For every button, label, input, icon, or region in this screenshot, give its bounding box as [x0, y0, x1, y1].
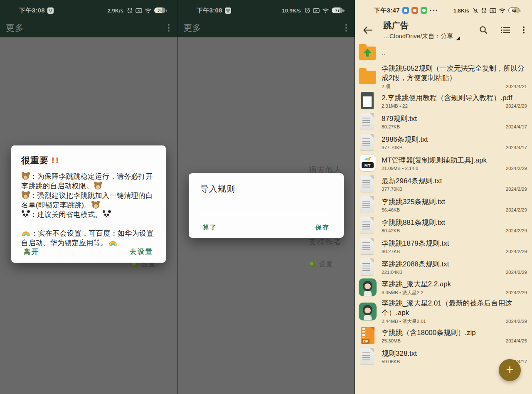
file-meta: 2.31MB • 22: [382, 103, 408, 108]
bear-icon: [22, 173, 29, 180]
file-row[interactable]: 879规则.txt 80.27KB 2024/4/17: [357, 111, 528, 132]
notification-app-icon-green: [421, 7, 427, 14]
txt-icon: [357, 133, 377, 152]
overflow-menu-icon[interactable]: [168, 27, 170, 29]
file-row[interactable]: 李跳跳325条规则.txt 56.46KB 2024/2/29: [357, 194, 528, 215]
file-date: 2024/2/29: [506, 228, 527, 233]
file-name: 李跳跳_派大星2.01（最新的被杀后台用这个）.apk: [382, 298, 527, 318]
battery-indicator: 71: [332, 7, 343, 13]
title-block: 跳广告 …CloudDrive/来自：分享: [383, 20, 460, 40]
rainbow-icon: [109, 241, 117, 246]
status-bar: 下午3:47 ··· 1.8K/s 54: [355, 0, 532, 18]
sim-disabled-icon: [135, 8, 142, 13]
file-name: 2986条规则.txt: [382, 135, 527, 144]
file-date: 2024/4/21: [506, 84, 527, 89]
file-meta: 377.70KB: [382, 187, 403, 192]
girl-icon: [357, 302, 377, 321]
wifi-icon: [145, 8, 152, 13]
file-row[interactable]: 李跳跳_派大星2.01（最新的被杀后台用这个）.apk 2.44MB • 派大星…: [357, 298, 528, 325]
search-icon[interactable]: [479, 25, 488, 34]
menu-item-settings[interactable]: 设置: [309, 261, 333, 268]
status-time: 下午3:08: [197, 7, 222, 15]
txt-icon: [357, 347, 377, 366]
alarm-icon: [481, 7, 487, 14]
file-row[interactable]: 最新2964条规则.txt 377.70KB 2024/2/29: [357, 173, 528, 194]
path-text: …CloudDrive/来自：分享: [383, 32, 453, 40]
file-meta: 56.46KB: [382, 207, 400, 212]
file-name: ..: [382, 48, 527, 58]
file-name: 李跳跳881条规则.txt: [382, 218, 527, 227]
dialog-title: 导入规则: [200, 183, 332, 195]
sim-disabled-icon: [313, 8, 320, 13]
app-bar: 更多: [177, 18, 355, 37]
file-row[interactable]: 2986条规则.txt 377.70KB 2024/4/17: [357, 132, 528, 153]
back-button[interactable]: [362, 26, 375, 34]
file-name: 879规则.txt: [382, 114, 527, 123]
panel-middle-more-page: 下午3:08 10.9K/s 71 更多 祸害他人 支持作者 设置 导入规则 算…: [177, 0, 355, 394]
leave-button[interactable]: 离开: [24, 248, 39, 256]
panda-icon: [103, 211, 110, 218]
file-date: 2024/2/29: [506, 207, 527, 212]
plus-icon: +: [506, 363, 513, 376]
file-meta: 2.44MB • 派大星2.01: [382, 318, 426, 325]
bear-icon: [94, 182, 101, 190]
save-button[interactable]: 保存: [315, 224, 330, 231]
overflow-menu-icon[interactable]: [523, 29, 525, 31]
important-dialog-body: ：为保障李跳跳稳定运行，请务必打开李跳跳的自启动权限。：强烈建议把李跳跳加入一键…: [21, 172, 156, 248]
rule-input[interactable]: [200, 204, 332, 215]
rainbow-icon: [22, 231, 30, 236]
status-time: 下午3:08: [19, 7, 45, 15]
dialog-line: ：建议关闭省电模式。: [21, 210, 156, 219]
file-row[interactable]: 李跳跳（含18000条规则）.zip 25.30MB 2024/4/25: [357, 325, 528, 346]
dialog-line: ：为保障李跳跳稳定运行，请务必打开李跳跳的自启动权限。: [21, 172, 156, 191]
overflow-menu-icon[interactable]: [345, 27, 347, 29]
dialog-line: ：强烈建议把李跳跳加入一键清理的白名单(即锁定李跳跳)。: [21, 191, 156, 210]
file-meta: 80.42KB: [382, 228, 400, 233]
file-name: 李跳跳（含18000条规则）.zip: [382, 328, 527, 337]
battery-indicator: 71: [154, 7, 165, 13]
path-breadcrumb[interactable]: …CloudDrive/来自：分享: [383, 32, 460, 40]
folder-icon: [357, 67, 377, 86]
txt-icon: [357, 257, 377, 276]
cancel-button[interactable]: 算了: [203, 224, 217, 231]
fab-add-button[interactable]: +: [499, 359, 521, 381]
txt-icon: [357, 174, 377, 193]
page-title: 跳广告: [383, 20, 460, 31]
wifi-icon: [499, 8, 506, 13]
file-row[interactable]: MT管理器[复制规则辅助工具].apk 21.09MB • 2.14.0 202…: [357, 153, 528, 173]
status-app-badge-icon: [47, 7, 54, 14]
file-date: 2024/4/17: [506, 145, 527, 150]
file-date: 2024/2/29: [506, 103, 527, 108]
dialog-title: 很重要: [21, 155, 49, 166]
girl-icon: [357, 278, 377, 297]
bear-icon: [92, 202, 99, 209]
file-row[interactable]: 李跳跳881条规则.txt 80.42KB 2024/2/29: [357, 215, 528, 236]
settings-dot-icon: [309, 261, 316, 268]
top-chrome: 下午3:08 2.9K/s 71 更多: [0, 0, 177, 37]
list-view-icon[interactable]: [500, 26, 510, 34]
file-meta: 221.04KB: [382, 270, 403, 275]
file-row[interactable]: 2.李跳跳使用教程（含规则导入教程）.pdf 2.31MB • 22 2024/…: [357, 90, 528, 111]
file-row[interactable]: 李跳跳5052规则（一次无法完全复制，所以分成2段，方便复制粘贴） 2 项 20…: [357, 63, 528, 90]
notification-app-icon-blue: [402, 7, 409, 14]
file-date: 2024/2/29: [506, 187, 527, 192]
file-row[interactable]: 李跳跳2088条规则.txt 221.04KB 2024/2/29: [357, 256, 528, 277]
file-name: 李跳跳2088条规则.txt: [382, 259, 527, 269]
file-meta: 3.05MB • 派大星2.2: [382, 290, 424, 296]
file-date: 2024/2/29: [506, 319, 527, 324]
sim-disabled-icon: [490, 8, 496, 13]
file-row[interactable]: ..: [357, 42, 528, 63]
go-settings-button[interactable]: 去设置: [130, 248, 153, 256]
menu-item-support-author[interactable]: 支持作者: [309, 237, 342, 247]
file-name: 规则328.txt: [382, 349, 527, 358]
double-exclamation-icon: !!: [52, 155, 60, 165]
txt-icon: [357, 112, 377, 131]
network-speed: 1.8K/s: [453, 7, 469, 14]
file-row[interactable]: 李跳跳_派大星2.2.apk 3.05MB • 派大星2.2 2024/2/29: [357, 277, 528, 298]
file-meta: 80.27KB: [382, 249, 400, 254]
app-bar: 更多: [0, 18, 177, 37]
top-chrome: 下午3:08 10.9K/s 71 更多: [177, 0, 355, 37]
file-row[interactable]: 李跳跳1879条规则.txt 80.27KB 2024/2/29: [357, 236, 528, 256]
file-name: 李跳跳_派大星2.2.apk: [382, 279, 527, 289]
file-name: MT管理器[复制规则辅助工具].apk: [382, 155, 527, 165]
